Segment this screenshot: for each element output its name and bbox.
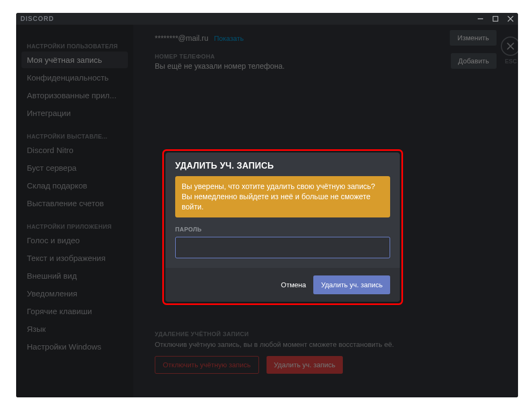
close-button[interactable] (507, 16, 514, 22)
app-body: НАСТРОЙКИ ПОЛЬЗОВАТЕЛЯ Моя учётная запис… (16, 25, 518, 397)
titlebar: DISCORD (16, 13, 518, 25)
delete-account-modal-highlight: УДАЛИТЬ УЧ. ЗАПИСЬ Вы уверены, что хотит… (162, 149, 403, 305)
minimize-button[interactable] (477, 16, 484, 22)
modal-warning: Вы уверены, что хотите удалить свою учёт… (175, 176, 390, 217)
app-logo: DISCORD (20, 15, 54, 23)
maximize-button[interactable] (492, 16, 499, 22)
app-window: DISCORD НАСТРОЙКИ ПОЛЬЗОВАТЕЛЯ Моя учётн… (16, 13, 518, 397)
svg-rect-1 (493, 17, 498, 21)
window-controls (477, 16, 514, 22)
delete-account-modal: УДАЛИТЬ УЧ. ЗАПИСЬ Вы уверены, что хотит… (166, 152, 400, 302)
modal-title: УДАЛИТЬ УЧ. ЗАПИСЬ (166, 152, 400, 176)
password-input[interactable] (175, 237, 390, 258)
modal-cancel-button[interactable]: Отмена (281, 281, 306, 289)
modal-confirm-delete-button[interactable]: Удалить уч. запись (313, 275, 390, 294)
password-label: ПАРОЛЬ (175, 226, 390, 233)
